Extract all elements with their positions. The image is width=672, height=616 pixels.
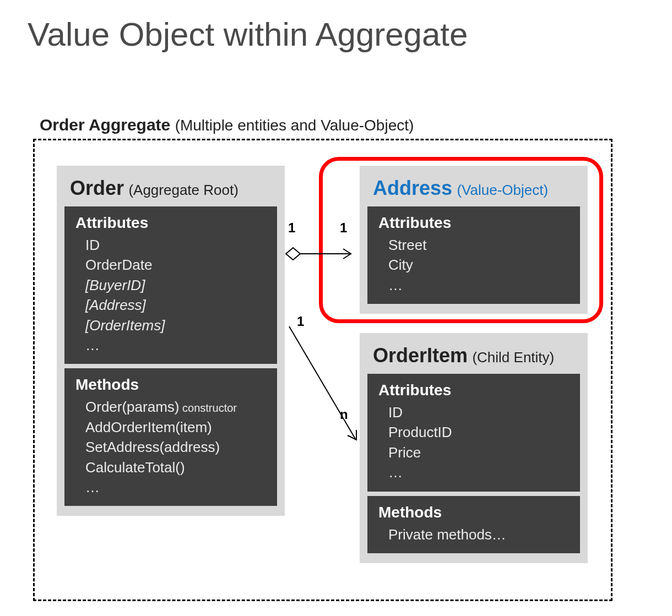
- orderitem-attr-productid: ProductID: [388, 422, 569, 442]
- order-attr-buyerid: [BuyerID]: [85, 275, 266, 295]
- order-method-calctotal: CalculateTotal(): [85, 457, 266, 477]
- mult-order-item-right: n: [340, 407, 348, 422]
- order-attr-more: …: [85, 335, 266, 355]
- orderitem-attributes-list: ID ProductID Price …: [378, 402, 569, 483]
- orderitem-attributes-title: Attributes: [378, 381, 569, 399]
- orderitem-attr-price: Price: [388, 443, 569, 462]
- order-attr-orderitems: [OrderItems]: [85, 315, 266, 335]
- order-attributes-list: ID OrderDate [BuyerID] [Address] [OrderI…: [75, 235, 266, 355]
- order-entity-box: Order (Aggregate Root) Attributes ID Ord…: [57, 166, 285, 516]
- orderitem-method-private: Private methods…: [388, 525, 569, 544]
- orderitem-attributes-panel: Attributes ID ProductID Price …: [367, 374, 580, 492]
- orderitem-methods-panel: Methods Private methods…: [367, 496, 580, 553]
- address-attr-more: …: [388, 275, 569, 295]
- order-title-bold: Order: [70, 177, 124, 199]
- mult-order-item-left: 1: [297, 314, 304, 329]
- address-entity-box: Address (Value-Object) Attributes Street…: [360, 166, 588, 314]
- diamond-icon: [286, 248, 300, 260]
- orderitem-methods-list: Private methods…: [378, 525, 569, 544]
- aggregate-label-bold: Order Aggregate: [40, 116, 170, 134]
- arrowhead-icon: [348, 430, 356, 440]
- order-methods-panel: Methods Order(params) constructor AddOrd…: [64, 368, 277, 506]
- aggregate-label: Order Aggregate (Multiple entities and V…: [40, 116, 414, 134]
- address-attributes-list: Street City …: [378, 235, 569, 295]
- order-title-note: (Aggregate Root): [128, 182, 238, 198]
- address-attr-street: Street: [388, 235, 569, 255]
- order-methods-title: Methods: [75, 376, 266, 394]
- aggregate-boundary: Order (Aggregate Root) Attributes ID Ord…: [33, 139, 613, 601]
- orderitem-title: OrderItem (Child Entity): [373, 344, 580, 367]
- orderitem-attr-more: …: [388, 462, 569, 482]
- order-method-additem: AddOrderItem(item): [85, 417, 266, 437]
- orderitem-title-bold: OrderItem: [373, 344, 468, 367]
- arrowhead-icon: [343, 249, 351, 259]
- connector-order-address: [285, 243, 362, 265]
- orderitem-attr-id: ID: [388, 402, 569, 422]
- mult-order-address-right: 1: [340, 220, 347, 236]
- order-method-more: …: [85, 477, 266, 497]
- address-attributes-panel: Attributes Street City …: [367, 206, 580, 304]
- address-title-bold: Address: [373, 177, 452, 199]
- address-title: Address (Value-Object): [373, 177, 580, 200]
- order-attr-id: ID: [85, 235, 266, 255]
- order-attributes-panel: Attributes ID OrderDate [BuyerID] [Addre…: [64, 206, 277, 364]
- connector-order-orderitem: [285, 322, 367, 449]
- order-attr-address: [Address]: [85, 295, 266, 315]
- address-attr-city: City: [388, 255, 569, 275]
- page-title: Value Object within Aggregate: [0, 0, 672, 53]
- aggregate-label-note: (Multiple entities and Value-Object): [175, 117, 414, 134]
- order-method-ctor: Order(params) constructor: [85, 397, 266, 417]
- orderitem-entity-box: OrderItem (Child Entity) Attributes ID P…: [360, 333, 588, 563]
- order-title: Order (Aggregate Root): [70, 177, 277, 200]
- order-attributes-title: Attributes: [75, 214, 266, 232]
- order-attr-orderdate: OrderDate: [85, 255, 266, 275]
- order-method-setaddress: SetAddress(address): [85, 437, 266, 457]
- mult-order-address-left: 1: [288, 220, 295, 236]
- address-attributes-title: Attributes: [378, 214, 569, 232]
- orderitem-title-note: (Child Entity): [472, 349, 554, 366]
- orderitem-methods-title: Methods: [378, 504, 569, 521]
- address-title-note: (Value-Object): [457, 182, 548, 198]
- order-methods-list: Order(params) constructor AddOrderItem(i…: [75, 397, 266, 497]
